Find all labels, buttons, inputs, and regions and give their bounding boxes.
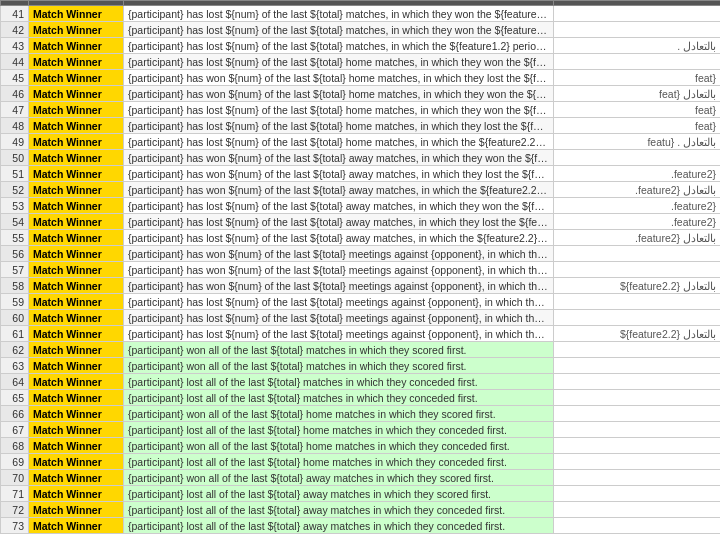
extra-cell: بالتعادل . {featu (554, 134, 721, 150)
match-type: Match Winner (29, 246, 124, 262)
description-cell: {participant} lost all of the last ${tot… (124, 390, 554, 406)
match-type: Match Winner (29, 518, 124, 534)
match-type: Match Winner (29, 390, 124, 406)
description-cell: {participant} has won ${num} of the last… (124, 246, 554, 262)
description-cell: {participant} has lost ${num} of the las… (124, 118, 554, 134)
description-cell: {participant} has won ${num} of the last… (124, 86, 554, 102)
match-type: Match Winner (29, 22, 124, 38)
extra-cell: {feature2. (554, 214, 721, 230)
description-cell: {participant} has won ${num} of the last… (124, 70, 554, 86)
extra-cell: بالتعادل {feature2. (554, 230, 721, 246)
spreadsheet-container: 41 Match Winner {participant} has lost $… (0, 0, 720, 534)
description-cell: {participant} lost all of the last ${tot… (124, 374, 554, 390)
description-cell: {participant} has lost ${num} of the las… (124, 54, 554, 70)
match-type: Match Winner (29, 38, 124, 54)
match-type: Match Winner (29, 438, 124, 454)
match-type: Match Winner (29, 486, 124, 502)
extra-cell (554, 22, 721, 38)
match-type: Match Winner (29, 454, 124, 470)
description-cell: {participant} has lost ${num} of the las… (124, 198, 554, 214)
description-cell: {participant} has lost ${num} of the las… (124, 6, 554, 22)
extra-cell: {feat (554, 118, 721, 134)
extra-cell (554, 502, 721, 518)
extra-cell (554, 310, 721, 326)
extra-cell (554, 358, 721, 374)
extra-cell (554, 6, 721, 22)
match-type: Match Winner (29, 182, 124, 198)
row-number: 55 (1, 230, 29, 246)
match-type: Match Winner (29, 134, 124, 150)
row-number: 42 (1, 22, 29, 38)
extra-cell (554, 438, 721, 454)
extra-cell (554, 486, 721, 502)
description-cell: {participant} lost all of the last ${tot… (124, 502, 554, 518)
extra-cell: بالتعادل {feature2.2}$ (554, 326, 721, 342)
row-number: 50 (1, 150, 29, 166)
row-number: 51 (1, 166, 29, 182)
row-number: 73 (1, 518, 29, 534)
description-cell: {participant} has won ${num} of the last… (124, 150, 554, 166)
match-type: Match Winner (29, 326, 124, 342)
extra-cell (554, 246, 721, 262)
match-type: Match Winner (29, 230, 124, 246)
match-type: Match Winner (29, 198, 124, 214)
description-cell: {participant} has lost ${num} of the las… (124, 38, 554, 54)
extra-cell (554, 422, 721, 438)
match-type: Match Winner (29, 406, 124, 422)
match-type: Match Winner (29, 214, 124, 230)
data-table: 41 Match Winner {participant} has lost $… (0, 0, 720, 534)
description-cell: {participant} has lost ${num} of the las… (124, 214, 554, 230)
extra-cell: بالتعادل {feature2.2}$ (554, 278, 721, 294)
row-number: 52 (1, 182, 29, 198)
description-cell: {participant} won all of the last ${tota… (124, 358, 554, 374)
description-cell: {participant} won all of the last ${tota… (124, 470, 554, 486)
row-number: 48 (1, 118, 29, 134)
row-number: 70 (1, 470, 29, 486)
row-number: 45 (1, 70, 29, 86)
description-cell: {participant} lost all of the last ${tot… (124, 486, 554, 502)
description-cell: {participant} has lost ${num} of the las… (124, 326, 554, 342)
match-type: Match Winner (29, 86, 124, 102)
extra-cell (554, 294, 721, 310)
description-cell: {participant} has won ${num} of the last… (124, 166, 554, 182)
match-type: Match Winner (29, 102, 124, 118)
description-cell: {participant} has lost ${num} of the las… (124, 310, 554, 326)
description-cell: {participant} has lost ${num} of the las… (124, 102, 554, 118)
description-cell: {participant} has lost ${num} of the las… (124, 22, 554, 38)
description-cell: {participant} has lost ${num} of the las… (124, 230, 554, 246)
match-type: Match Winner (29, 278, 124, 294)
description-cell: {participant} won all of the last ${tota… (124, 406, 554, 422)
row-number: 58 (1, 278, 29, 294)
extra-cell (554, 262, 721, 278)
extra-cell (554, 54, 721, 70)
row-number: 66 (1, 406, 29, 422)
match-type: Match Winner (29, 358, 124, 374)
description-cell: {participant} has won ${num} of the last… (124, 278, 554, 294)
match-type: Match Winner (29, 54, 124, 70)
row-number: 53 (1, 198, 29, 214)
match-type: Match Winner (29, 294, 124, 310)
extra-cell: {feat (554, 102, 721, 118)
description-cell: {participant} has lost ${num} of the las… (124, 134, 554, 150)
row-number: 57 (1, 262, 29, 278)
row-number: 60 (1, 310, 29, 326)
match-type: Match Winner (29, 166, 124, 182)
description-cell: {participant} won all of the last ${tota… (124, 438, 554, 454)
extra-cell: بالتعادل . (554, 38, 721, 54)
match-type: Match Winner (29, 310, 124, 326)
description-cell: {participant} has won ${num} of the last… (124, 262, 554, 278)
description-cell: {participant} won all of the last ${tota… (124, 342, 554, 358)
extra-cell (554, 150, 721, 166)
extra-cell (554, 390, 721, 406)
row-number: 63 (1, 358, 29, 374)
row-number: 41 (1, 6, 29, 22)
extra-cell (554, 518, 721, 534)
row-number: 47 (1, 102, 29, 118)
extra-cell: بالتعادل {feat (554, 86, 721, 102)
row-number: 54 (1, 214, 29, 230)
row-number: 64 (1, 374, 29, 390)
row-number: 69 (1, 454, 29, 470)
match-type: Match Winner (29, 6, 124, 22)
extra-cell (554, 470, 721, 486)
row-number: 62 (1, 342, 29, 358)
